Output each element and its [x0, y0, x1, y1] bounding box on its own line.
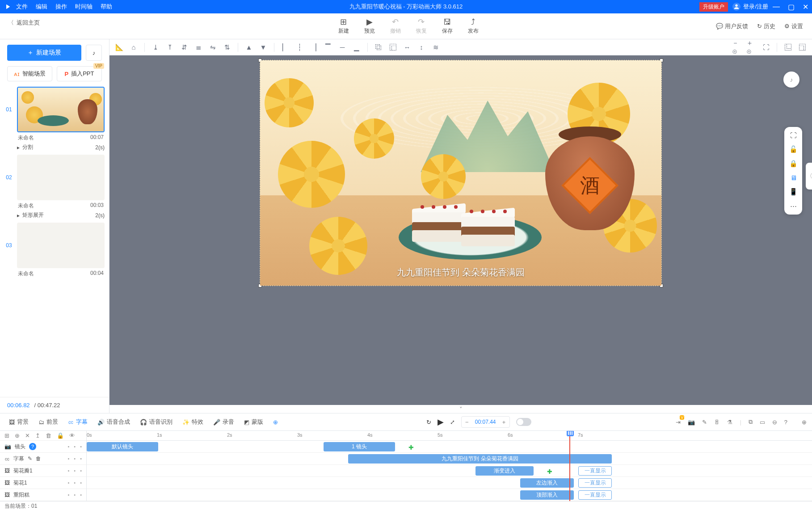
window-minimize-button[interactable]: — — [773, 3, 780, 11]
show-clip[interactable]: 一直显示 — [578, 466, 612, 476]
tab-fx[interactable]: ✨特效 — [179, 416, 207, 428]
show-clip[interactable]: 一直显示 — [578, 490, 612, 500]
menu-operate[interactable]: 操作 — [55, 3, 67, 11]
back-to-home-button[interactable]: 〈 返回主页 — [0, 13, 109, 39]
side-expand-button[interactable]: 〈 — [806, 163, 812, 190]
align-top-icon[interactable]: ⤒ — [164, 43, 175, 51]
dist-even-icon[interactable]: ≋ — [430, 43, 441, 51]
align-left-icon[interactable]: ▏ — [280, 43, 290, 51]
upgrade-account-button[interactable]: 升级账户 — [699, 2, 728, 12]
enter-clip[interactable]: 左边渐入 — [520, 478, 574, 488]
scene-transition[interactable]: ▸分割2(s) — [4, 143, 105, 151]
menu-file[interactable]: 文件 — [16, 3, 28, 11]
timeline-tool-icon[interactable]: 🗑 — [46, 432, 51, 439]
edit-icon[interactable]: ✎ — [28, 455, 32, 462]
tab-asr[interactable]: 🎧语音识别 — [136, 416, 176, 428]
tab-subtitle[interactable]: ㏄字幕 — [64, 416, 91, 428]
track-header-layer[interactable]: 🖼重阳糕••• — [0, 489, 86, 501]
subtitle-clip[interactable]: 九九重阳佳节到 朵朵菊花香满园 — [348, 454, 612, 464]
camera-tool-icon[interactable]: 📷 — [688, 419, 695, 426]
feedback-button[interactable]: 💬用户反馈 — [716, 22, 748, 30]
track-header-layer[interactable]: 🖼菊花瓣1••• — [0, 465, 86, 477]
new-button[interactable]: ⊞新建 — [338, 17, 349, 35]
zoom-out-tl-icon[interactable]: ⊖ — [772, 419, 777, 426]
insert-ppt-button[interactable]: P插入PPTVIP — [57, 66, 102, 81]
ungroup-icon[interactable]: ⿸ — [387, 43, 398, 51]
desktop-view-icon[interactable]: 🖥 — [790, 174, 797, 181]
snap-toggle[interactable] — [516, 418, 531, 426]
track-camera[interactable]: 默认镜头1 镜头✚ — [87, 441, 812, 453]
window-close-button[interactable]: ✕ — [803, 3, 808, 11]
playhead[interactable] — [569, 431, 570, 501]
add-keyframe-icon[interactable]: ✚ — [547, 468, 552, 475]
redo-button[interactable]: ↷恢复 — [416, 17, 427, 35]
show-clip[interactable]: 一直显示 — [578, 478, 612, 488]
camera-clip[interactable]: 默认镜头 — [87, 442, 158, 451]
flip-h-icon[interactable]: ⇋ — [207, 43, 218, 51]
mobile-view-icon[interactable]: 📱 — [789, 188, 798, 196]
stage[interactable]: 📷1 酒 — [260, 60, 662, 286]
enter-clip[interactable]: 渐变进入 — [475, 466, 534, 476]
align-bot2-icon[interactable]: ▁ — [351, 43, 362, 51]
timeline-reset-icon[interactable]: ↻ — [426, 419, 431, 426]
layer-down-icon[interactable]: ▼ — [258, 43, 269, 51]
scene-thumb[interactable] — [17, 87, 105, 132]
timeline-tool-icon[interactable]: 🔒 — [57, 432, 64, 439]
scene-transition[interactable]: ▸矩形展开2(s) — [4, 211, 105, 219]
flip-v-icon[interactable]: ⇅ — [222, 43, 232, 51]
track-layer[interactable]: 渐变进入✚一直显示 — [87, 465, 812, 477]
enter-clip[interactable]: 顶部渐入 — [520, 490, 574, 500]
tab-bg[interactable]: 🖼背景 — [5, 416, 32, 428]
adjust-tool-icon[interactable]: 🎚 — [714, 419, 720, 426]
preview-button[interactable]: ▶预览 — [364, 17, 375, 35]
time-plus-button[interactable]: + — [499, 419, 509, 426]
undo-button[interactable]: ↶撤销 — [390, 17, 401, 35]
align-right-icon[interactable]: ▕ — [308, 43, 319, 51]
edit-tool-icon[interactable]: ✎ — [702, 419, 707, 426]
camera-clip[interactable]: 1 镜头 — [324, 442, 395, 451]
group-icon[interactable]: ⿻ — [373, 43, 384, 51]
track-header-layer[interactable]: 🖼菊花1••• — [0, 477, 86, 489]
more-icon[interactable]: ⋯ — [790, 202, 797, 210]
timeline-tool-icon[interactable]: ⊞ — [4, 432, 9, 439]
tab-record[interactable]: 🎤录音 — [210, 416, 238, 428]
timeline-right[interactable]: 0s1s2s3s4s5s6s7s 默认镜头1 镜头✚ 九九重阳佳节到 朵朵菊花香… — [87, 431, 812, 501]
align-center-icon[interactable]: ┆ — [294, 43, 305, 51]
dist-v-icon[interactable]: ↕ — [416, 43, 427, 51]
help-badge-icon[interactable]: ? — [29, 443, 36, 450]
paste-icon[interactable]: ⿹ — [797, 43, 808, 51]
delete-icon[interactable]: 🗑 — [36, 455, 41, 462]
scene-list[interactable]: 01未命名00:07▸分割2(s)02未命名00:03▸矩形展开2(s)03未命… — [0, 87, 109, 397]
scene-thumb[interactable] — [17, 223, 105, 268]
tab-fg[interactable]: 🗂前景 — [35, 416, 62, 428]
filter-tool-icon[interactable]: ⚗ — [727, 419, 732, 426]
menu-timeline[interactable]: 时间轴 — [75, 3, 93, 11]
align-middle-icon[interactable]: ⇵ — [179, 43, 189, 51]
track-header-subtitle[interactable]: ㏄ 字幕 ✎ 🗑 ••• — [0, 453, 86, 465]
align-top2-icon[interactable]: ▔ — [323, 43, 333, 51]
add-track-icon[interactable]: ⊕ — [802, 419, 807, 426]
timeline-expand-icon[interactable]: ⤢ — [450, 419, 455, 426]
menu-help[interactable]: 帮助 — [101, 3, 112, 11]
add-camera-icon[interactable]: ✚ — [408, 444, 414, 451]
user-area[interactable]: 登录/注册 — [732, 3, 768, 11]
fit-icon[interactable]: ⛶ — [761, 43, 771, 51]
lock-open-icon[interactable]: 🔓 — [789, 145, 798, 153]
window-maximize-button[interactable]: ▢ — [788, 3, 795, 11]
smart-scene-button[interactable]: ᴀɪ智能场景 — [7, 66, 52, 81]
ruler-icon[interactable]: 📐 — [114, 43, 125, 51]
new-scene-button[interactable]: ＋新建场景 — [7, 45, 81, 61]
copy-icon[interactable]: ⿺ — [783, 43, 793, 51]
history-button[interactable]: ↻历史 — [757, 22, 775, 30]
publish-button[interactable]: ⤴发布 — [468, 17, 479, 35]
lock-icon[interactable]: 🔒 — [789, 160, 798, 168]
align-mid2-icon[interactable]: ─ — [337, 43, 348, 51]
time-minus-button[interactable]: − — [462, 419, 472, 426]
settings-button[interactable]: ⚙设置 — [784, 22, 803, 30]
distribute-v-icon[interactable]: ≣ — [193, 43, 204, 51]
timeline-tool-icon[interactable]: ↥ — [35, 432, 40, 439]
timeline-collapse-handle[interactable]: ˅ — [109, 405, 812, 413]
zoom-out-icon[interactable]: －⊙ — [732, 39, 743, 56]
tab-tts[interactable]: 🔊语音合成 — [94, 416, 134, 428]
track-layer[interactable]: 顶部渐入一直显示 — [87, 489, 812, 501]
